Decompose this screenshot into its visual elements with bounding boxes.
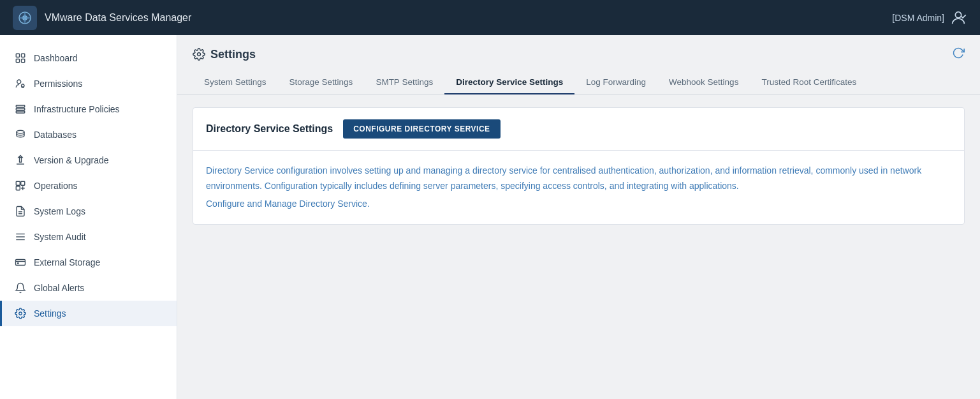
svg-rect-4 [22, 54, 25, 57]
topbar-left: VMware Data Services Manager [13, 6, 191, 30]
content-card: Directory Service Settings CONFIGURE DIR… [193, 107, 965, 225]
sidebar-item-version-upgrade[interactable]: Version & Upgrade [0, 147, 177, 173]
tab-trusted-root-certificates[interactable]: Trusted Root Certificates [750, 71, 868, 94]
tab-webhook-settings[interactable]: Webhook Settings [657, 71, 750, 94]
svg-rect-13 [20, 158, 22, 163]
logs-icon [15, 206, 26, 217]
sidebar-label-infra: Infrastructure Policies [34, 104, 120, 114]
topbar: VMware Data Services Manager [DSM Admin] [0, 0, 980, 35]
audit-icon [15, 231, 26, 243]
layout: Dashboard Permissions Infrastructure Pol… [0, 35, 980, 399]
svg-rect-5 [16, 59, 19, 63]
svg-rect-9 [16, 105, 25, 107]
sidebar-item-global-alerts[interactable]: Global Alerts [0, 275, 177, 301]
svg-rect-22 [16, 260, 26, 266]
app-title: VMware Data Services Manager [45, 12, 191, 24]
topbar-right: [DSM Admin] [892, 9, 967, 27]
svg-point-12 [17, 130, 24, 133]
tabs-bar: System Settings Storage Settings SMTP Se… [177, 71, 980, 94]
description-block: Directory Service configuration involves… [193, 151, 964, 224]
sidebar-label-storage: External Storage [34, 257, 100, 267]
alerts-icon [15, 282, 26, 294]
svg-rect-10 [16, 109, 25, 110]
app-logo [13, 6, 37, 30]
sidebar: Dashboard Permissions Infrastructure Pol… [0, 35, 177, 399]
section-header: Directory Service Settings CONFIGURE DIR… [193, 108, 964, 151]
sidebar-label-alerts: Global Alerts [34, 283, 84, 293]
svg-rect-6 [22, 59, 25, 63]
tab-system-settings[interactable]: System Settings [193, 71, 278, 94]
main-content: Settings System Settings Storage Setting… [177, 35, 980, 399]
sidebar-item-system-audit[interactable]: System Audit [0, 224, 177, 250]
sidebar-item-system-logs[interactable]: System Logs [0, 199, 177, 224]
sidebar-item-operations[interactable]: Operations [0, 173, 177, 199]
svg-rect-11 [16, 111, 25, 113]
page-header: Settings [177, 35, 980, 62]
dashboard-icon [15, 52, 26, 64]
section-title: Directory Service Settings [206, 123, 333, 135]
settings-page-icon [193, 48, 205, 61]
operations-icon [15, 180, 26, 192]
tab-smtp-settings[interactable]: SMTP Settings [364, 71, 444, 94]
configure-manage-link[interactable]: Configure and Manage Directory Service. [206, 199, 370, 209]
sidebar-item-databases[interactable]: Databases [0, 122, 177, 147]
sidebar-label-permissions: Permissions [34, 79, 82, 89]
databases-icon [15, 129, 26, 140]
svg-point-2 [955, 11, 961, 17]
tab-log-forwarding[interactable]: Log Forwarding [574, 71, 657, 94]
sidebar-item-dashboard[interactable]: Dashboard [0, 45, 177, 71]
sidebar-item-external-storage[interactable]: External Storage [0, 250, 177, 275]
sidebar-label-upgrade: Version & Upgrade [34, 155, 109, 165]
infra-icon [15, 103, 26, 115]
settings-icon [15, 308, 26, 319]
sidebar-label-dashboard: Dashboard [34, 53, 78, 63]
description-text: Directory Service configuration involves… [206, 163, 951, 194]
svg-rect-14 [16, 181, 20, 185]
permissions-icon [15, 78, 26, 89]
svg-rect-15 [21, 181, 25, 185]
svg-point-8 [22, 84, 25, 87]
page-title: Settings [210, 48, 256, 61]
svg-rect-3 [16, 54, 19, 57]
sidebar-label-databases: Databases [34, 130, 77, 140]
page-header-left: Settings [193, 48, 256, 61]
svg-rect-16 [16, 186, 20, 190]
user-label: [DSM Admin] [892, 13, 944, 23]
sidebar-label-logs: System Logs [34, 206, 85, 216]
sidebar-item-settings[interactable]: Settings [0, 301, 177, 326]
sidebar-item-infrastructure-policies[interactable]: Infrastructure Policies [0, 96, 177, 122]
sidebar-item-permissions[interactable]: Permissions [0, 71, 177, 96]
user-icon[interactable] [949, 9, 967, 27]
sidebar-label-operations: Operations [34, 181, 77, 191]
svg-point-24 [19, 312, 22, 315]
svg-point-23 [18, 263, 19, 264]
svg-point-25 [198, 53, 201, 56]
tab-directory-service-settings[interactable]: Directory Service Settings [444, 71, 574, 94]
sidebar-label-settings: Settings [34, 308, 66, 319]
sidebar-label-audit: System Audit [34, 232, 86, 242]
configure-directory-service-button[interactable]: CONFIGURE DIRECTORY SERVICE [343, 119, 500, 139]
tab-storage-settings[interactable]: Storage Settings [278, 71, 365, 94]
upgrade-icon [15, 154, 26, 166]
storage-icon [15, 257, 26, 268]
svg-point-7 [17, 80, 21, 84]
refresh-button[interactable] [952, 47, 965, 62]
